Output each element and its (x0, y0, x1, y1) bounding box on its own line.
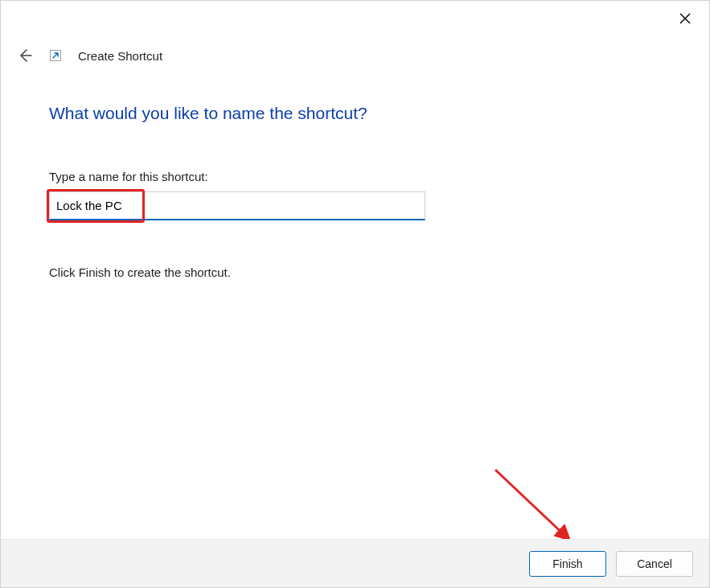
shortcut-icon (49, 49, 62, 62)
back-arrow-icon (17, 47, 33, 64)
wizard-question: What would you like to name the shortcut… (49, 104, 661, 123)
wizard-content: What would you like to name the shortcut… (49, 104, 661, 279)
input-label: Type a name for this shortcut: (49, 170, 661, 183)
close-button[interactable] (674, 7, 696, 30)
cancel-button[interactable]: Cancel (616, 551, 693, 577)
wizard-title: Create Shortcut (78, 49, 162, 63)
svg-line-4 (495, 470, 568, 538)
finish-button[interactable]: Finish (529, 551, 606, 577)
wizard-footer: Finish Cancel (1, 539, 709, 587)
wizard-header: Create Shortcut (15, 46, 162, 65)
back-button[interactable] (15, 46, 35, 65)
instruction-text: Click Finish to create the shortcut. (49, 265, 661, 279)
shortcut-name-input[interactable] (49, 191, 425, 220)
close-icon (679, 13, 691, 24)
